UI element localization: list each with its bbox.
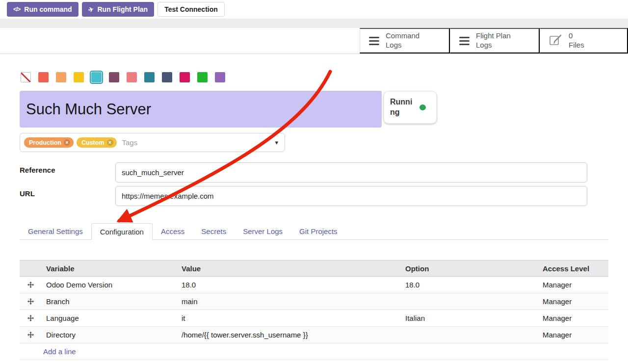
- header-value: Value: [177, 264, 400, 273]
- remove-tag-icon[interactable]: ×: [107, 139, 113, 146]
- color-swatch[interactable]: [109, 72, 119, 82]
- run-command-button[interactable]: </> Run command: [7, 2, 78, 17]
- tab-access[interactable]: Access: [153, 223, 193, 239]
- header-access-level: Access Level: [538, 264, 608, 273]
- cell-value[interactable]: /home/{{ tower.server.ssh_username }}: [177, 331, 400, 339]
- test-connection-button[interactable]: Test Connection: [157, 2, 225, 17]
- files-label: Files: [569, 41, 584, 50]
- color-swatch[interactable]: [162, 72, 172, 82]
- status-indicator[interactable]: Running: [384, 91, 437, 124]
- tag-production[interactable]: Production ×: [24, 137, 74, 148]
- caret-down-icon[interactable]: ▾: [275, 139, 278, 146]
- add-line-link[interactable]: Add a line: [20, 343, 608, 360]
- color-swatch[interactable]: [91, 72, 102, 82]
- table-row[interactable]: Directory /home/{{ tower.server.ssh_user…: [20, 327, 608, 343]
- flight-plan-logs-label: Flight Plan Logs: [476, 31, 515, 50]
- control-panel: </> Run command ✈ Run Flight Plan Test C…: [0, 0, 628, 19]
- reference-label: Reference: [20, 166, 55, 174]
- cell-variable[interactable]: Language: [41, 314, 177, 322]
- files-button[interactable]: 0 Files: [540, 28, 628, 53]
- tags-field[interactable]: Production × Custom × Tags ▾: [20, 133, 285, 152]
- code-icon: </>: [13, 6, 20, 13]
- server-name-input[interactable]: [20, 91, 382, 128]
- reference-input[interactable]: [115, 162, 587, 182]
- list-icon: [369, 37, 379, 45]
- run-command-label: Run command: [24, 5, 72, 13]
- header-band: Command Logs Flight Plan Logs 0 Files: [0, 28, 628, 54]
- tab-git-projects[interactable]: Git Projects: [291, 223, 346, 239]
- status-label: Running: [390, 97, 415, 118]
- table-header: Variable Value Option Access Level: [20, 260, 608, 277]
- cell-access-level[interactable]: Manager: [538, 314, 608, 322]
- url-input[interactable]: [115, 186, 587, 206]
- edit-icon: [549, 34, 562, 48]
- color-swatch[interactable]: [56, 72, 66, 82]
- color-swatch[interactable]: [74, 72, 84, 82]
- notebook-tabs: General Settings Configuration Access Se…: [20, 223, 608, 240]
- run-flight-plan-button[interactable]: ✈ Run Flight Plan: [82, 2, 155, 17]
- color-palette: [21, 72, 225, 82]
- cell-variable[interactable]: Odoo Demo Version: [41, 281, 177, 289]
- tags-placeholder: Tags: [122, 138, 138, 147]
- list-icon: [459, 37, 470, 45]
- cell-access-level[interactable]: Manager: [538, 281, 608, 289]
- drag-handle-icon[interactable]: [20, 315, 41, 321]
- flight-plan-logs-button[interactable]: Flight Plan Logs: [450, 28, 540, 53]
- tag-custom[interactable]: Custom ×: [77, 137, 117, 148]
- cell-option[interactable]: 18.0: [400, 281, 538, 289]
- tab-server-logs[interactable]: Server Logs: [235, 223, 291, 239]
- tab-configuration[interactable]: Configuration: [91, 223, 153, 240]
- url-label: URL: [20, 189, 35, 198]
- color-swatch[interactable]: [215, 72, 225, 82]
- tag-label: Production: [29, 139, 61, 146]
- run-flight-plan-label: Run Flight Plan: [98, 5, 148, 13]
- test-connection-label: Test Connection: [164, 5, 218, 13]
- cell-value[interactable]: main: [177, 297, 400, 306]
- cell-option[interactable]: Italian: [400, 314, 538, 322]
- separator-strip: [0, 19, 628, 28]
- drag-handle-icon[interactable]: [20, 298, 41, 305]
- cell-value[interactable]: it: [177, 314, 400, 322]
- color-swatch[interactable]: [38, 72, 49, 82]
- table-row[interactable]: Odoo Demo Version 18.0 18.0 Manager: [20, 277, 608, 293]
- plane-icon: ✈: [87, 5, 94, 13]
- color-swatch[interactable]: [180, 72, 190, 82]
- tab-secrets[interactable]: Secrets: [193, 223, 235, 239]
- cell-value[interactable]: 18.0: [177, 281, 400, 289]
- command-logs-label: Command Logs: [386, 31, 425, 50]
- color-swatch[interactable]: [197, 72, 208, 82]
- table-row[interactable]: Branch main Manager: [20, 293, 608, 310]
- color-swatch[interactable]: [144, 72, 155, 82]
- status-dot-icon: [419, 104, 426, 110]
- tab-general-settings[interactable]: General Settings: [20, 223, 91, 239]
- cell-variable[interactable]: Branch: [41, 297, 177, 306]
- header-option: Option: [400, 264, 538, 273]
- color-swatch[interactable]: [21, 72, 31, 82]
- remove-tag-icon[interactable]: ×: [64, 139, 70, 146]
- color-swatch[interactable]: [127, 72, 137, 82]
- files-count: 0: [569, 31, 573, 41]
- header-variable: Variable: [41, 264, 177, 273]
- command-logs-button[interactable]: Command Logs: [360, 28, 450, 53]
- configuration-table: Variable Value Option Access Level Odoo …: [20, 260, 608, 360]
- stat-button-box: Command Logs Flight Plan Logs 0 Files: [360, 28, 628, 53]
- drag-handle-icon[interactable]: [20, 282, 41, 288]
- table-row[interactable]: Language it Italian Manager: [20, 310, 608, 327]
- cell-access-level[interactable]: Manager: [538, 297, 608, 306]
- cell-access-level[interactable]: Manager: [538, 331, 608, 339]
- drag-handle-icon[interactable]: [20, 332, 41, 338]
- tag-label: Custom: [81, 139, 105, 146]
- cell-variable[interactable]: Directory: [41, 331, 177, 339]
